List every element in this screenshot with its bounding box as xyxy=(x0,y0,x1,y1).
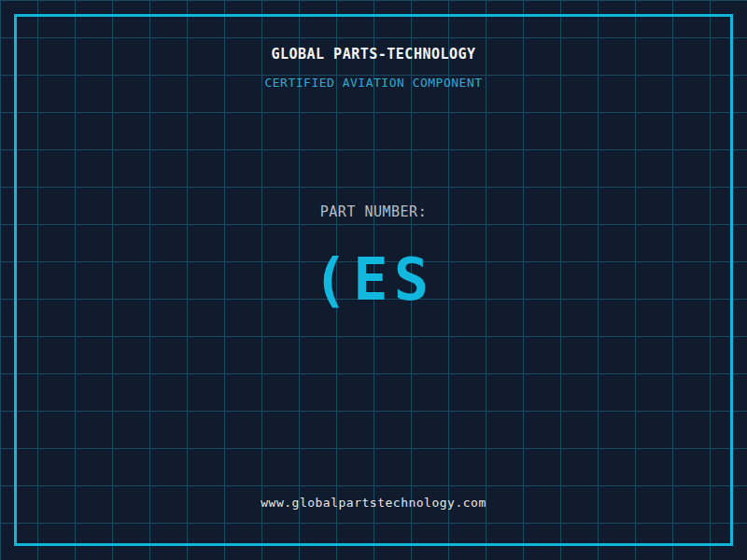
website-url: www.globalpartstechnology.com xyxy=(0,495,747,511)
company-title: GLOBAL PARTS-TECHNOLOGY xyxy=(0,47,747,62)
part-number-label: PART NUMBER: xyxy=(0,204,747,220)
certification-subtitle: CERTIFIED AVIATION COMPONENT xyxy=(0,76,747,91)
certificate-screen: GLOBAL PARTS-TECHNOLOGY CERTIFIED AVIATI… xyxy=(0,0,747,560)
part-number-value: (ES xyxy=(0,241,747,319)
